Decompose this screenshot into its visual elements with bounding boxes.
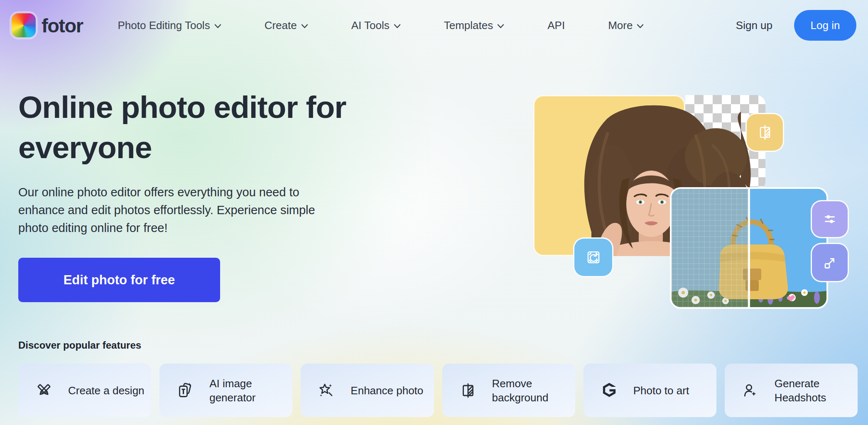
popular-features-section: Discover popular features Create a desig… <box>18 340 858 417</box>
feature-card-create-a-design[interactable]: Create a design <box>18 364 151 417</box>
remove-background-icon <box>756 123 774 142</box>
magic-star-icon <box>318 382 335 399</box>
feature-label: AI image generator <box>209 376 288 405</box>
transparency-checkerboard <box>685 95 765 191</box>
feature-label: Create a design <box>68 383 147 398</box>
feature-label: Photo to art <box>633 383 712 398</box>
nav-item-photo-editing-tools[interactable]: Photo Editing Tools <box>118 19 221 32</box>
nav-item-templates[interactable]: Templates <box>444 19 505 32</box>
page-title: Online photo editor foreveryone <box>18 87 434 168</box>
feature-card-enhance-photo[interactable]: Enhance photo <box>301 364 434 417</box>
chevron-down-icon <box>637 24 644 29</box>
chevron-down-icon <box>214 24 221 29</box>
portrait-photo <box>533 95 765 256</box>
restore-photo-icon <box>584 248 603 267</box>
log-in-button[interactable]: Log in <box>794 10 856 41</box>
feature-card-remove-background[interactable]: Remove background <box>442 364 575 417</box>
adjust-sliders-badge <box>811 200 849 238</box>
feature-card-row: Create a design AI image generator <box>18 364 858 417</box>
edit-photo-for-free-button[interactable]: Edit photo for free <box>18 258 220 302</box>
nav-item-api[interactable]: API <box>547 19 565 32</box>
nav-label: Create <box>265 19 297 32</box>
title-line-1: Online photo editor for <box>18 90 346 125</box>
bag-comparison-photo: ❤ <box>670 187 828 309</box>
before-after-divider <box>748 189 750 307</box>
pixelated-half-overlay <box>672 189 749 307</box>
fotor-logo-text: fotor <box>42 14 83 37</box>
design-pencils-icon <box>36 382 52 399</box>
nav-item-create[interactable]: Create <box>265 19 308 32</box>
resize-icon <box>821 254 839 272</box>
feature-label: Generate Headshots <box>775 376 853 405</box>
restore-photo-badge <box>573 237 613 277</box>
headshot-person-icon <box>742 382 759 399</box>
feature-label: Enhance photo <box>351 383 429 398</box>
nav-item-more[interactable]: More <box>608 19 644 32</box>
features-heading: Discover popular features <box>18 340 858 351</box>
portrait-photo-card <box>533 95 685 256</box>
feature-card-photo-to-art[interactable]: Photo to art <box>584 364 716 417</box>
adjust-sliders-icon <box>821 210 839 228</box>
top-navigation: fotor Photo Editing Tools Create AI Tool… <box>0 0 868 51</box>
nav-label: More <box>608 19 633 32</box>
chevron-down-icon <box>497 24 504 29</box>
resize-badge <box>811 243 849 282</box>
title-line-2: everyone <box>18 130 152 165</box>
nav-label: API <box>547 19 565 32</box>
feature-label: Remove background <box>492 376 571 405</box>
chevron-down-icon <box>394 24 401 29</box>
hero-description: Our online photo editor offers everythin… <box>18 183 434 237</box>
fotor-color-wheel-icon <box>12 13 36 37</box>
fotor-logo[interactable]: fotor <box>12 13 83 37</box>
nav-label: AI Tools <box>351 19 390 32</box>
feature-card-ai-image-generator[interactable]: AI image generator <box>159 364 292 417</box>
hero-section: Online photo editor foreveryone Our onli… <box>18 87 434 302</box>
feature-card-generate-headshots[interactable]: Generate Headshots <box>725 364 858 417</box>
nav-label: Photo Editing Tools <box>118 19 210 32</box>
nav-label: Templates <box>444 19 493 32</box>
ai-image-icon <box>177 382 194 399</box>
nav-links: Photo Editing Tools Create AI Tools Temp… <box>118 19 644 32</box>
chevron-down-icon <box>301 24 308 29</box>
nav-item-ai-tools[interactable]: AI Tools <box>351 19 401 32</box>
nav-right-group: Sign up Log in <box>736 10 856 41</box>
goart-hexagon-icon <box>601 382 618 399</box>
remove-background-icon <box>460 382 476 399</box>
sign-up-link[interactable]: Sign up <box>736 19 772 32</box>
heart-sticker-icon: ❤ <box>785 292 797 306</box>
remove-background-badge <box>745 113 784 152</box>
